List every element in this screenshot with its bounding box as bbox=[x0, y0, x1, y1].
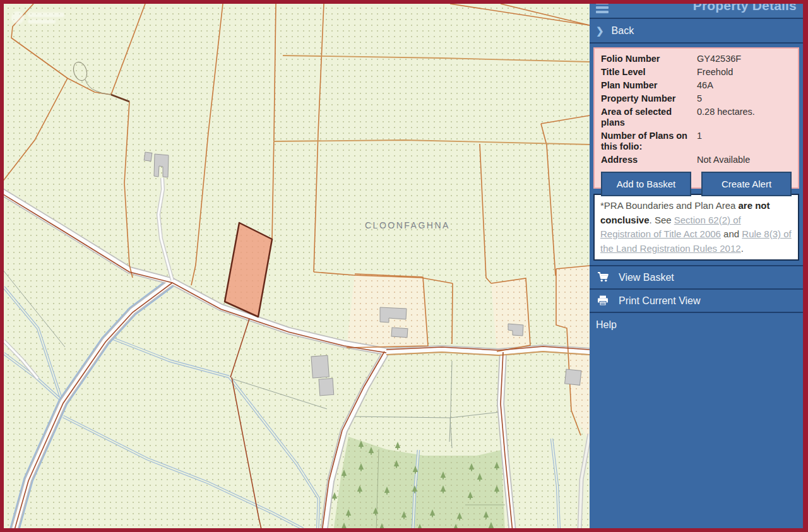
title-level-value: Freehold bbox=[697, 67, 798, 78]
help-menu-item[interactable]: Help bbox=[590, 313, 803, 336]
field-label: Folio Number bbox=[601, 54, 696, 64]
printer-icon bbox=[597, 295, 612, 306]
add-to-basket-button[interactable]: Add to Basket bbox=[601, 172, 691, 196]
back-button[interactable]: ❯ Back bbox=[590, 19, 803, 42]
plans-count-value: 1 bbox=[697, 131, 798, 152]
divider bbox=[590, 42, 803, 44]
map-viewport[interactable]: CLOONFAGHNA bbox=[4, 4, 590, 528]
field-label: Number of Plans on this folio: bbox=[601, 131, 696, 152]
boundaries-disclaimer: *PRA Boundaries and Plan Area are not co… bbox=[593, 194, 799, 261]
townland-label: CLOONFAGHNA bbox=[365, 220, 450, 230]
cart-icon bbox=[597, 272, 612, 283]
map-canvas[interactable]: CLOONFAGHNA bbox=[4, 4, 590, 528]
panel-actions: Add to Basket Create Alert bbox=[601, 172, 792, 196]
property-info-rows: Folio Number GY42536F Title Level Freeho… bbox=[601, 54, 798, 165]
hamburger-menu-icon[interactable] bbox=[596, 4, 609, 15]
print-current-view-menu-item[interactable]: Print Current View bbox=[590, 290, 803, 313]
folio-number-value: GY42536F bbox=[697, 54, 798, 64]
area-value: 0.28 hectares. bbox=[697, 107, 798, 128]
field-label: Area of selected plans bbox=[601, 107, 696, 128]
field-label: Plan Number bbox=[601, 80, 696, 91]
property-details-sidebar: Property Details ❯ Back Folio Number GY4… bbox=[590, 4, 803, 528]
disclaimer-text: *PRA Boundaries and Plan Area bbox=[600, 200, 738, 211]
page-title: Property Details bbox=[693, 4, 797, 13]
property-info-panel: Folio Number GY42536F Title Level Freeho… bbox=[593, 47, 799, 189]
field-label: Address bbox=[601, 155, 696, 165]
app-window: CLOONFAGHNA Property Details ❯ Back Foli… bbox=[0, 0, 808, 532]
sidebar-header: Property Details bbox=[590, 4, 803, 18]
plan-number-value: 46A bbox=[697, 80, 798, 91]
address-value: Not Available bbox=[697, 155, 798, 165]
field-label: Title Level bbox=[601, 67, 696, 78]
property-number-value: 5 bbox=[697, 93, 798, 104]
chevron-right-icon: ❯ bbox=[596, 25, 604, 37]
view-basket-menu-item[interactable]: View Basket bbox=[590, 266, 803, 290]
create-alert-button[interactable]: Create Alert bbox=[701, 172, 792, 196]
field-label: Property Number bbox=[601, 93, 696, 104]
